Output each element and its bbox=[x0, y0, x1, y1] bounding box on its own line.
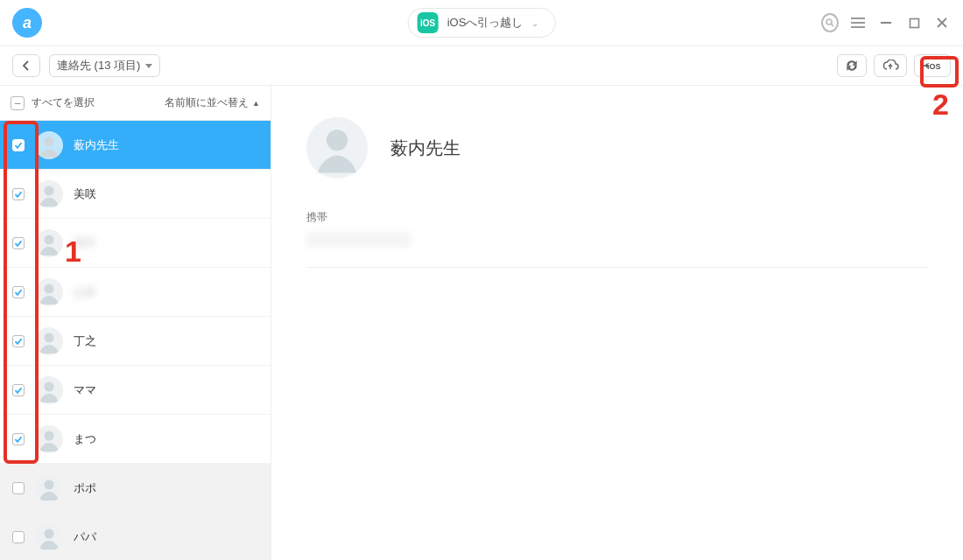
window-maximize-button[interactable] bbox=[905, 14, 923, 32]
app-logo: a bbox=[12, 8, 42, 38]
svg-rect-6 bbox=[910, 18, 918, 27]
menu-icon[interactable] bbox=[849, 14, 867, 32]
field-value-mobile bbox=[306, 232, 411, 248]
avatar-icon bbox=[35, 229, 63, 257]
svg-point-15 bbox=[45, 234, 54, 244]
contact-name: ポポ bbox=[74, 480, 96, 496]
svg-point-29 bbox=[327, 130, 348, 150]
contact-checkbox[interactable] bbox=[12, 237, 25, 249]
app-logo-glyph: a bbox=[23, 14, 32, 32]
toolbar: 連絡先 (13 項目) iOS bbox=[0, 46, 963, 85]
field-label-mobile: 携帯 bbox=[306, 210, 928, 225]
avatar-icon bbox=[35, 131, 63, 159]
window-close-button[interactable] bbox=[933, 14, 951, 32]
chevron-down-icon: ⌄ bbox=[531, 18, 538, 28]
contact-name: 丁之 bbox=[74, 333, 96, 349]
contact-checkbox[interactable] bbox=[12, 531, 25, 543]
contact-name: パパ bbox=[74, 529, 96, 545]
svg-point-11 bbox=[45, 136, 54, 146]
contact-checkbox[interactable] bbox=[12, 286, 25, 298]
contact-row[interactable]: 美咲 bbox=[0, 170, 271, 219]
search-icon[interactable] bbox=[821, 14, 839, 32]
contact-name: 薮内先生 bbox=[390, 136, 460, 160]
svg-point-0 bbox=[826, 19, 832, 24]
divider bbox=[306, 267, 928, 268]
mode-label: iOSへ引っ越し bbox=[447, 15, 524, 31]
avatar-icon bbox=[35, 180, 63, 208]
contact-row[interactable]: ポポ bbox=[0, 464, 271, 513]
contact-row[interactable]: 丁之 bbox=[0, 317, 271, 366]
contacts-sidebar: – すべてを選択 名前順に並べ替え ▲ 薮内先生美咲田中山本丁之ママまつポポパパ bbox=[0, 86, 271, 560]
contact-checkbox[interactable] bbox=[12, 335, 25, 347]
contact-name: まつ bbox=[74, 431, 96, 447]
avatar-icon bbox=[35, 425, 63, 453]
avatar-icon bbox=[35, 278, 63, 306]
mode-switcher[interactable]: iOS iOSへ引っ越し ⌄ bbox=[408, 8, 556, 38]
sidebar-header: – すべてを選択 名前順に並べ替え ▲ bbox=[0, 86, 271, 121]
avatar-icon bbox=[35, 376, 63, 404]
cloud-upload-button[interactable] bbox=[874, 54, 907, 77]
select-all-label: すべてを選択 bbox=[32, 95, 95, 110]
svg-point-27 bbox=[45, 528, 54, 538]
contact-checkbox[interactable] bbox=[12, 139, 25, 151]
svg-text:iOS: iOS bbox=[927, 62, 941, 71]
contact-name: 薮内先生 bbox=[74, 137, 119, 153]
avatar-icon bbox=[35, 327, 63, 355]
sort-dropdown[interactable]: 名前順に並べ替え ▲ bbox=[165, 95, 260, 110]
back-button[interactable] bbox=[12, 54, 40, 77]
title-bar: a iOS iOSへ引っ越し ⌄ bbox=[0, 0, 963, 46]
window-controls bbox=[821, 14, 951, 32]
svg-point-25 bbox=[45, 480, 54, 489]
refresh-button[interactable] bbox=[837, 54, 867, 77]
contact-row[interactable]: 薮内先生 bbox=[0, 121, 271, 170]
avatar-icon bbox=[35, 523, 63, 551]
window-minimize-button[interactable] bbox=[877, 14, 895, 32]
contacts-list[interactable]: 薮内先生美咲田中山本丁之ママまつポポパパ bbox=[0, 121, 271, 560]
svg-point-21 bbox=[45, 382, 54, 391]
ios-badge-icon: iOS bbox=[418, 12, 439, 33]
svg-line-1 bbox=[831, 24, 833, 26]
avatar bbox=[306, 117, 368, 178]
send-to-ios-button[interactable]: iOS bbox=[914, 54, 951, 77]
sort-label: 名前順に並べ替え bbox=[165, 95, 249, 110]
contact-row[interactable]: 山本 bbox=[0, 268, 271, 317]
contact-name: 田中 bbox=[74, 235, 96, 251]
contact-checkbox[interactable] bbox=[12, 482, 25, 494]
contact-row[interactable]: まつ bbox=[0, 415, 271, 464]
contact-detail: 薮内先生 携帯 bbox=[271, 86, 963, 560]
avatar-icon bbox=[35, 474, 63, 502]
breadcrumb-dropdown[interactable]: 連絡先 (13 項目) bbox=[49, 54, 160, 77]
contact-name: ママ bbox=[74, 382, 96, 398]
svg-point-19 bbox=[45, 332, 54, 342]
breadcrumb-label: 連絡先 (13 項目) bbox=[57, 58, 140, 74]
contact-checkbox[interactable] bbox=[12, 188, 25, 200]
select-all-checkbox[interactable]: – bbox=[11, 96, 25, 110]
main-area: – すべてを選択 名前順に並べ替え ▲ 薮内先生美咲田中山本丁之ママまつポポパパ… bbox=[0, 86, 963, 560]
svg-point-17 bbox=[45, 284, 54, 293]
contact-row[interactable]: ママ bbox=[0, 366, 271, 415]
sort-triangle-icon: ▲ bbox=[252, 99, 260, 108]
contact-row[interactable]: 田中 bbox=[0, 219, 271, 268]
contact-checkbox[interactable] bbox=[12, 384, 25, 396]
svg-point-13 bbox=[45, 186, 54, 195]
contact-name: 美咲 bbox=[74, 186, 96, 202]
contact-checkbox[interactable] bbox=[12, 433, 25, 445]
svg-point-23 bbox=[45, 430, 54, 440]
contact-name: 山本 bbox=[74, 284, 96, 300]
contact-row[interactable]: パパ bbox=[0, 513, 271, 560]
